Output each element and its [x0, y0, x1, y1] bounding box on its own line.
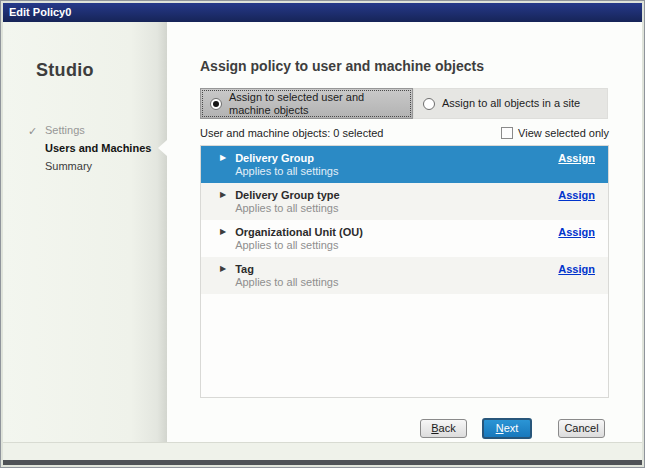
expander-icon[interactable]: ▶	[220, 264, 226, 274]
assign-mode-radio-group: Assign to selected user and machine obje…	[200, 88, 608, 119]
checkbox-label: View selected only	[518, 127, 609, 139]
window-title: Edit Policy0	[9, 6, 71, 18]
current-step-pointer	[158, 140, 167, 156]
step-users-and-machines[interactable]: Users and Machines	[28, 142, 151, 160]
wizard-sidebar: Studio ✓ Settings Users and Machines Sum…	[3, 22, 167, 443]
item-title: Delivery Group	[235, 151, 558, 165]
item-subtitle: Applies to all settings	[235, 239, 558, 252]
radio-button-icon	[423, 98, 435, 110]
item-title: Tag	[235, 262, 558, 276]
expander-icon[interactable]: ▶	[220, 153, 226, 163]
object-type-list: ▶ Delivery Group Applies to all settings…	[200, 145, 609, 398]
expander-icon[interactable]: ▶	[220, 227, 226, 237]
item-text: Tag Applies to all settings	[235, 257, 558, 289]
list-item-delivery-group-type[interactable]: ▶ Delivery Group type Applies to all set…	[201, 183, 608, 220]
selection-count-text: User and machine objects: 0 selected	[200, 127, 383, 139]
item-subtitle: Applies to all settings	[235, 276, 558, 289]
radio-label: Assign to all objects in a site	[442, 97, 580, 110]
back-button[interactable]: Back	[420, 419, 467, 438]
radio-label: Assign to selected user and machine obje…	[229, 91, 403, 117]
radio-button-icon	[210, 98, 222, 110]
step-label: Users and Machines	[45, 142, 151, 154]
item-subtitle: Applies to all settings	[235, 202, 558, 215]
item-text: Organizational Unit (OU) Applies to all …	[235, 220, 558, 252]
wizard-steps: ✓ Settings Users and Machines Summary	[28, 124, 151, 178]
item-subtitle: Applies to all settings	[235, 165, 558, 178]
expander-icon[interactable]: ▶	[220, 190, 226, 200]
item-title: Organizational Unit (OU)	[235, 225, 558, 239]
radio-assign-selected-objects[interactable]: Assign to selected user and machine obje…	[200, 88, 413, 119]
title-bar[interactable]: Edit Policy0	[3, 3, 642, 22]
next-button[interactable]: Next	[482, 418, 532, 439]
page-title: Assign policy to user and machine object…	[200, 58, 484, 74]
radio-assign-all-objects[interactable]: Assign to all objects in a site	[413, 88, 608, 119]
step-label: Summary	[45, 160, 92, 172]
step-summary[interactable]: Summary	[28, 160, 151, 178]
edit-policy-dialog: Edit Policy0 Studio ✓ Settings Users and…	[0, 0, 645, 468]
item-text: Delivery Group Applies to all settings	[235, 146, 558, 178]
item-text: Delivery Group type Applies to all setti…	[235, 183, 558, 215]
assign-link[interactable]: Assign	[558, 152, 595, 164]
assign-link[interactable]: Assign	[558, 226, 595, 238]
item-title: Delivery Group type	[235, 188, 558, 202]
main-panel: Assign policy to user and machine object…	[167, 22, 642, 443]
view-selected-only-checkbox[interactable]	[501, 127, 513, 139]
assign-link[interactable]: Assign	[558, 189, 595, 201]
status-row: User and machine objects: 0 selected Vie…	[200, 124, 609, 142]
studio-logo: Studio	[36, 60, 94, 81]
dialog-body: Studio ✓ Settings Users and Machines Sum…	[3, 22, 642, 460]
step-label: Settings	[45, 124, 85, 136]
window-bottom-frame	[3, 460, 642, 465]
list-item-tag[interactable]: ▶ Tag Applies to all settings Assign	[201, 257, 608, 294]
assign-link[interactable]: Assign	[558, 263, 595, 275]
list-item-delivery-group[interactable]: ▶ Delivery Group Applies to all settings…	[201, 146, 608, 183]
check-icon: ✓	[28, 125, 37, 138]
view-selected-only-toggle[interactable]: View selected only	[501, 127, 609, 139]
cancel-button[interactable]: Cancel	[558, 419, 605, 438]
step-settings[interactable]: ✓ Settings	[28, 124, 151, 142]
list-item-organizational-unit[interactable]: ▶ Organizational Unit (OU) Applies to al…	[201, 220, 608, 257]
